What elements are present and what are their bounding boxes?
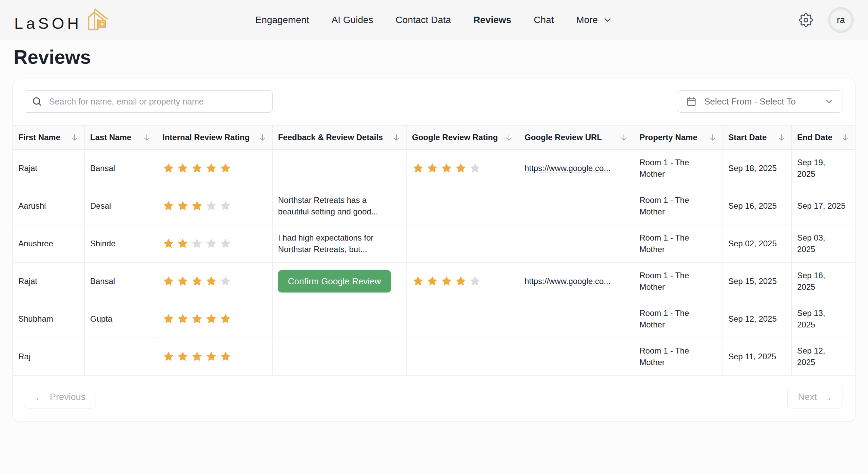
- star-filled-icon: [162, 275, 175, 287]
- cell-last-name: Bansal: [85, 150, 157, 187]
- star-filled-icon: [162, 200, 175, 212]
- cell-start-date: Sep 11, 2025: [723, 338, 792, 375]
- cell-google-review-rating: [407, 300, 519, 338]
- cell-last-name: Gupta: [85, 300, 157, 338]
- cell-property-name: Room 1 - The Mother: [634, 225, 723, 262]
- internal-rating-stars: [162, 313, 232, 325]
- column-header-google-review-url[interactable]: Google Review URL: [519, 126, 634, 149]
- nav-item-reviews[interactable]: Reviews: [473, 15, 511, 25]
- google-review-link[interactable]: https://www.google.co...: [525, 163, 610, 174]
- star-empty-icon: [219, 238, 232, 250]
- next-button[interactable]: Next →: [787, 386, 843, 409]
- star-filled-icon: [191, 350, 203, 363]
- star-filled-icon: [205, 350, 217, 363]
- cell-first-name: Shubham: [13, 300, 85, 338]
- cell-google-review-url: [519, 187, 634, 225]
- column-header-last-name[interactable]: Last Name: [85, 126, 157, 149]
- cell-google-review-url: [519, 300, 634, 338]
- column-header-end-date[interactable]: End Date: [792, 126, 855, 149]
- sort-arrow-icon: [258, 133, 267, 142]
- user-avatar[interactable]: ra: [828, 7, 854, 33]
- confirm-google-review-button[interactable]: Confirm Google Review: [278, 270, 391, 292]
- nav-item-ai-guides[interactable]: AI Guides: [332, 15, 373, 25]
- internal-rating-stars: [162, 275, 232, 287]
- cell-first-name: Rajat: [13, 263, 85, 300]
- table-row: Raj Room 1 - The Mother Sep 11, 2025 Sep…: [13, 338, 855, 376]
- star-filled-icon: [162, 238, 175, 250]
- cell-end-date: Sep 13, 2025: [792, 300, 855, 338]
- star-filled-icon: [162, 162, 175, 174]
- star-empty-icon: [219, 275, 232, 287]
- arrow-left-icon: ←: [34, 392, 44, 402]
- internal-rating-stars: [162, 238, 232, 250]
- nav-item-contact-data[interactable]: Contact Data: [396, 15, 451, 25]
- star-filled-icon: [440, 275, 453, 287]
- table-row: Rajat Bansal https://www.google.co... Ro…: [13, 150, 855, 187]
- star-filled-icon: [191, 162, 203, 174]
- column-header-feedback-review-details[interactable]: Feedback & Review Details: [273, 126, 407, 149]
- cell-end-date: Sep 12, 2025: [792, 338, 855, 375]
- sort-arrow-icon: [708, 133, 717, 142]
- previous-button[interactable]: ← Previous: [24, 386, 96, 409]
- arrow-right-icon: →: [822, 392, 832, 402]
- column-header-property-name[interactable]: Property Name: [634, 126, 723, 149]
- star-filled-icon: [191, 275, 203, 287]
- sort-arrow-icon: [392, 133, 401, 142]
- star-filled-icon: [177, 313, 189, 325]
- star-filled-icon: [455, 162, 467, 174]
- cell-google-review-rating: [407, 187, 519, 225]
- star-empty-icon: [205, 238, 217, 250]
- column-header-start-date[interactable]: Start Date: [723, 126, 792, 149]
- cell-internal-review-rating: [157, 225, 273, 262]
- table-row: Aarushi Desai Northstar Retreats has a b…: [13, 187, 855, 225]
- star-filled-icon: [426, 162, 438, 174]
- sort-arrow-icon: [777, 133, 786, 142]
- topbar-actions: ra: [799, 7, 854, 33]
- table-body: Rajat Bansal https://www.google.co... Ro…: [13, 150, 855, 376]
- reviews-table: First NameLast NameInternal Review Ratin…: [13, 125, 855, 376]
- table-header-row: First NameLast NameInternal Review Ratin…: [13, 125, 855, 150]
- star-filled-icon: [177, 162, 189, 174]
- star-empty-icon: [469, 162, 481, 174]
- cell-first-name: Rajat: [13, 150, 85, 187]
- cell-feedback-details: [273, 150, 407, 187]
- cell-last-name: [85, 338, 157, 375]
- star-filled-icon: [162, 350, 175, 363]
- star-empty-icon: [219, 200, 232, 212]
- column-header-internal-review-rating[interactable]: Internal Review Rating: [157, 126, 273, 149]
- top-navigation-bar: LaSOH EngagementAI GuidesContact DataRev…: [0, 0, 868, 40]
- star-empty-icon: [191, 238, 203, 250]
- cell-google-review-url: [519, 338, 634, 375]
- sort-arrow-icon: [619, 133, 628, 142]
- cell-property-name: Room 1 - The Mother: [634, 300, 723, 338]
- main-nav: EngagementAI GuidesContact DataReviewsCh…: [255, 15, 613, 25]
- cell-internal-review-rating: [157, 150, 273, 187]
- cell-start-date: Sep 02, 2025: [723, 225, 792, 262]
- column-header-google-review-rating[interactable]: Google Review Rating: [407, 126, 519, 149]
- sort-arrow-icon: [505, 133, 513, 142]
- star-filled-icon: [205, 313, 217, 325]
- search-box: [24, 90, 273, 113]
- page-title: Reviews: [14, 45, 868, 69]
- nav-item-more[interactable]: More: [576, 15, 613, 25]
- brand-logo[interactable]: LaSOH: [14, 7, 109, 33]
- nav-item-chat[interactable]: Chat: [534, 15, 554, 25]
- cell-end-date: Sep 17, 2025: [792, 187, 855, 225]
- reviews-card: Select From - Select To First NameLast N…: [13, 79, 855, 421]
- star-empty-icon: [469, 275, 481, 287]
- cell-first-name: Raj: [13, 338, 85, 375]
- cell-property-name: Room 1 - The Mother: [634, 338, 723, 375]
- nav-item-engagement[interactable]: Engagement: [255, 15, 309, 25]
- star-filled-icon: [177, 275, 189, 287]
- date-range-select[interactable]: Select From - Select To: [677, 90, 843, 113]
- star-filled-icon: [177, 200, 189, 212]
- previous-label: Previous: [50, 392, 85, 402]
- cell-first-name: Aarushi: [13, 187, 85, 225]
- google-rating-stars: [412, 275, 481, 287]
- search-input[interactable]: [48, 96, 265, 107]
- cell-start-date: Sep 18, 2025: [723, 150, 792, 187]
- column-header-first-name[interactable]: First Name: [13, 126, 85, 149]
- star-filled-icon: [177, 238, 189, 250]
- settings-gear-icon[interactable]: [799, 13, 813, 27]
- google-review-link[interactable]: https://www.google.co...: [525, 276, 610, 287]
